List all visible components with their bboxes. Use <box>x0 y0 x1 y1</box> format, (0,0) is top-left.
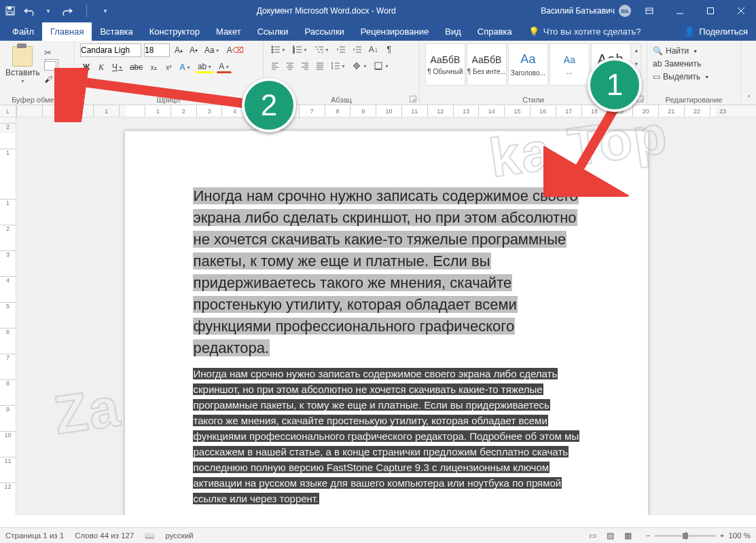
title-bar: ▼ ▼ Документ Microsoft Word.docx - Word … <box>0 0 756 22</box>
tab-view[interactable]: Вид <box>437 22 469 41</box>
tab-design[interactable]: Конструктор <box>141 22 208 41</box>
svg-text:3: 3 <box>293 50 295 54</box>
justify-button[interactable] <box>314 60 326 72</box>
ribbon-options-button[interactable] <box>634 0 664 22</box>
group-label: Редактирование <box>647 96 740 104</box>
svg-rect-2 <box>7 12 13 14</box>
tab-file[interactable]: Файл <box>4 22 42 41</box>
align-center-button[interactable] <box>284 60 296 72</box>
cut-button[interactable] <box>44 48 56 57</box>
line-spacing-button[interactable]: ▼ <box>329 60 348 72</box>
show-marks-button[interactable]: ¶ <box>383 43 395 56</box>
tab-mailings[interactable]: Рассылки <box>296 22 352 41</box>
selected-text-2[interactable]: Иногда нам срочно нужно записать содержи… <box>193 368 580 504</box>
svg-rect-3 <box>646 8 653 14</box>
user-area[interactable]: Василий Батькавич ВБ <box>541 5 634 17</box>
shrink-font-button[interactable]: A▾ <box>187 44 200 56</box>
undo-dropdown-icon[interactable]: ▼ <box>42 5 54 17</box>
vertical-ruler[interactable]: 2 1 1 2 3 4 5 6 7 8 9 10 11 12 <box>0 117 16 515</box>
svg-rect-11 <box>375 62 382 69</box>
view-web-icon[interactable]: ▦ <box>622 530 635 541</box>
tab-references[interactable]: Ссылки <box>249 22 297 41</box>
svg-point-6 <box>272 49 273 50</box>
tab-help[interactable]: Справка <box>469 22 520 41</box>
qat-separator <box>80 5 92 17</box>
tell-me-search[interactable]: 💡 Что вы хотите сделать? <box>520 22 649 41</box>
redo-icon[interactable] <box>61 5 73 17</box>
zoom-in-button[interactable]: + <box>720 531 725 540</box>
quick-access-toolbar: ▼ ▼ <box>0 5 111 17</box>
replace-button[interactable]: abЗаменить <box>653 59 735 69</box>
sort-button[interactable]: A↓ <box>367 43 380 56</box>
svg-point-5 <box>272 46 273 48</box>
lightbulb-icon: 💡 <box>528 26 539 37</box>
tab-insert[interactable]: Вставка <box>92 22 141 41</box>
clear-formatting-button[interactable]: A⌫ <box>225 44 246 56</box>
find-button[interactable]: 🔍Найти▼ <box>653 46 735 56</box>
paste-label: Вставить <box>5 68 40 77</box>
bullets-button[interactable]: ▼ <box>269 43 288 56</box>
window-title: Документ Microsoft Word.docx - Word <box>111 6 541 16</box>
paste-icon <box>12 46 33 67</box>
share-label: Поделиться <box>699 26 748 37</box>
change-case-button[interactable]: Aa▼ <box>202 44 222 56</box>
style-normal[interactable]: АаБбВ¶ Обычный <box>425 43 465 86</box>
tab-review[interactable]: Рецензирование <box>353 22 437 41</box>
select-button[interactable]: ▭Выделить▼ <box>653 72 735 81</box>
status-words[interactable]: Слово 44 из 127 <box>75 531 134 540</box>
style-heading2[interactable]: Аа... <box>550 43 590 86</box>
replace-icon: ab <box>653 59 662 69</box>
window-controls <box>634 0 756 22</box>
chevron-down-icon: ▼ <box>20 79 25 83</box>
annotation-badge-2: 2 <box>242 78 296 132</box>
close-button[interactable] <box>725 0 756 22</box>
minimize-button[interactable] <box>664 0 695 22</box>
tab-home[interactable]: Главная <box>42 22 92 41</box>
font-size-input[interactable] <box>144 43 170 57</box>
view-read-icon[interactable]: ▭ <box>586 530 600 541</box>
zoom-level[interactable]: 100 % <box>728 531 751 540</box>
ribbon-tabs: Файл Главная Вставка Конструктор Макет С… <box>0 22 756 41</box>
proofing-icon[interactable]: 📖 <box>145 531 154 540</box>
maximize-button[interactable] <box>695 0 725 22</box>
selected-text-1[interactable]: Иногда нам срочно нужно записать содержи… <box>193 187 579 356</box>
decrease-indent-button[interactable] <box>334 43 348 56</box>
zoom-control[interactable]: − + 100 % <box>646 531 751 540</box>
svg-rect-4 <box>707 8 713 14</box>
paste-button[interactable]: Вставить ▼ <box>5 43 40 83</box>
status-language[interactable]: русский <box>165 531 193 540</box>
zoom-out-button[interactable]: − <box>646 531 651 540</box>
shading-button[interactable]: ▼ <box>350 60 370 72</box>
user-avatar: ВБ <box>619 5 631 17</box>
tell-me-label: Что вы хотите сделать? <box>543 26 641 37</box>
font-name-input[interactable] <box>80 43 141 57</box>
qat-customize-icon[interactable]: ▼ <box>99 5 111 17</box>
borders-button[interactable]: ▼ <box>372 60 391 72</box>
zoom-slider[interactable] <box>655 535 716 537</box>
svg-line-12 <box>68 80 258 105</box>
annotation-badge-1: 1 <box>588 58 642 112</box>
grow-font-button[interactable]: A▴ <box>173 44 185 56</box>
share-button[interactable]: 👤 Поделиться <box>676 22 756 41</box>
tab-layout[interactable]: Макет <box>208 22 249 41</box>
collapse-ribbon-button[interactable]: ˄ <box>741 41 756 105</box>
undo-icon[interactable] <box>23 5 35 17</box>
status-page[interactable]: Страница 1 из 1 <box>5 531 64 540</box>
svg-point-7 <box>272 52 273 53</box>
style-heading1[interactable]: АаЗаголово... <box>508 43 548 86</box>
view-print-icon[interactable]: ▤ <box>604 530 617 541</box>
ruler-corner[interactable]: L <box>0 105 16 117</box>
svg-rect-1 <box>7 7 12 10</box>
dialog-launcher-icon[interactable] <box>410 96 416 102</box>
status-bar: Страница 1 из 1 Слово 44 из 127 📖 русски… <box>0 527 756 543</box>
save-icon[interactable] <box>4 5 16 17</box>
align-right-button[interactable] <box>299 60 311 72</box>
style-nospacing[interactable]: АаБбВ¶ Без инте... <box>467 43 507 86</box>
select-icon: ▭ <box>653 72 660 81</box>
group-editing: 🔍Найти▼ abЗаменить ▭Выделить▼ Редактиров… <box>647 41 741 105</box>
find-icon: 🔍 <box>653 46 663 56</box>
increase-indent-button[interactable] <box>350 43 364 56</box>
multilevel-list-button[interactable]: ▼ <box>312 43 331 56</box>
numbering-button[interactable]: 123▼ <box>291 43 310 56</box>
user-name: Василий Батькавич <box>541 6 615 16</box>
